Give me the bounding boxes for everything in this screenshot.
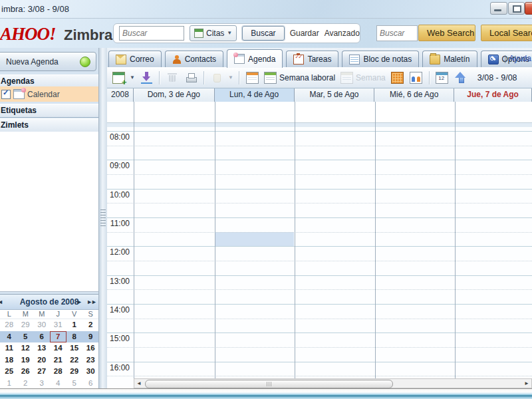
tab-correo[interactable]: Correo: [108, 51, 162, 67]
minical-day[interactable]: 18: [1, 354, 18, 366]
minical-day[interactable]: 6: [34, 331, 51, 343]
up-arrow-icon: [455, 72, 466, 83]
minical-day[interactable]: 5: [66, 378, 83, 389]
schedule-view-button[interactable]: [408, 69, 425, 86]
tag-dropdown[interactable]: ▼: [227, 69, 235, 86]
minical-day[interactable]: 12: [17, 342, 34, 354]
month-view-button[interactable]: [389, 69, 406, 86]
minical-day[interactable]: 9: [82, 331, 98, 343]
scroll-left-arrow[interactable]: ◄: [134, 379, 144, 388]
minical-day[interactable]: 15: [66, 342, 83, 354]
scroll-right-arrow[interactable]: ►: [522, 379, 531, 388]
week-view-button[interactable]: Semana: [338, 69, 388, 86]
minical-day[interactable]: 30: [82, 366, 98, 378]
day-header-2[interactable]: Lun, 4 de Ago: [215, 88, 295, 102]
new-appointment-button[interactable]: [110, 69, 127, 86]
search-scope-label: Citas: [206, 29, 224, 38]
zimbra-logo: Zimbra: [64, 27, 112, 44]
sidebar-section-etiquetas[interactable]: Etiquetas: [0, 104, 98, 118]
minical-day[interactable]: 11: [1, 342, 18, 354]
sidebar-section-zimlets[interactable]: Zimlets: [0, 118, 98, 132]
minical-day[interactable]: 5: [17, 331, 34, 343]
minical-day[interactable]: 25: [1, 366, 18, 378]
selected-time-slot[interactable]: [215, 232, 294, 247]
minimize-button[interactable]: [490, 2, 507, 15]
day-header-5[interactable]: Jue, 7 de Ago: [454, 88, 532, 102]
minical-day[interactable]: 7: [50, 331, 66, 343]
minical-day[interactable]: 26: [17, 366, 34, 378]
minical-day[interactable]: 2: [82, 319, 98, 331]
day-header-4[interactable]: Mié, 6 de Ago: [374, 88, 454, 102]
minical-day[interactable]: 28: [50, 366, 66, 378]
minical-day[interactable]: 1: [66, 319, 83, 331]
minical-day[interactable]: 19: [17, 354, 34, 366]
help-link[interactable]: |Ayuda: [504, 54, 531, 63]
minical-day[interactable]: 1: [1, 378, 18, 389]
minical-day[interactable]: 28: [1, 319, 18, 331]
calendar-toolbar: ▼ ▼ Semana laboral Semana: [107, 67, 532, 88]
minical-day[interactable]: 20: [34, 354, 51, 366]
tag-button[interactable]: [208, 69, 225, 86]
time-grid[interactable]: 08:0009:0010:0011:0012:0013:0014:0015:00…: [107, 127, 532, 388]
today-button[interactable]: [434, 69, 451, 86]
minical-day[interactable]: 8: [66, 331, 83, 343]
minical-day[interactable]: 6: [82, 378, 98, 389]
tab-bloc[interactable]: Bloc de notas: [342, 51, 419, 67]
minical-day[interactable]: 30: [34, 319, 51, 331]
refresh-button[interactable]: [138, 69, 155, 86]
local-search-button[interactable]: Local Search: [481, 25, 532, 41]
minical-day[interactable]: 31: [50, 319, 66, 331]
advanced-search-link[interactable]: Avanzado: [325, 29, 360, 38]
window-titlebar[interactable]: imbra: 3/08 - 9/08: [0, 0, 532, 19]
minical-day[interactable]: 4: [50, 378, 66, 389]
minical-day[interactable]: 2: [17, 378, 34, 389]
minical-day[interactable]: 23: [82, 354, 98, 366]
tab-agenda[interactable]: Agenda: [227, 49, 283, 68]
splitter-grip-icon[interactable]: [100, 209, 106, 227]
horizontal-scrollbar[interactable]: ◄ ►: [134, 378, 532, 388]
day-header-3[interactable]: Mar, 5 de Ago: [295, 88, 375, 102]
minical-day[interactable]: 29: [66, 366, 83, 378]
search-button[interactable]: Buscar: [242, 26, 284, 41]
tab-contacts[interactable]: Contacts: [165, 51, 223, 67]
bloc-tab-icon: [349, 55, 360, 65]
search-scope-dropdown[interactable]: Citas ▼: [190, 25, 237, 41]
delete-button[interactable]: [164, 69, 181, 86]
all-day-row[interactable]: [107, 102, 532, 123]
minical-day[interactable]: 14: [50, 342, 66, 354]
tab-maletin[interactable]: Maletín: [422, 51, 477, 67]
new-agenda-button[interactable]: Nueva Agenda: [0, 52, 96, 71]
close-button[interactable]: [525, 2, 532, 15]
minical-day[interactable]: 29: [17, 319, 34, 331]
minical-fast-forward-icon[interactable]: ►►: [86, 295, 96, 309]
minical-title[interactable]: Agosto de 2008: [0, 295, 98, 309]
thumb-grip-icon: [267, 382, 273, 386]
send-update-button[interactable]: [452, 69, 469, 86]
minical-next-icon[interactable]: ►: [76, 295, 82, 309]
scrollbar-thumb[interactable]: [145, 380, 393, 388]
calendar-list-item[interactable]: Calendar: [0, 86, 98, 102]
search-input[interactable]: [119, 26, 184, 41]
tab-tareas[interactable]: Tareas: [286, 51, 338, 67]
print-button[interactable]: [182, 69, 200, 86]
day-header-1[interactable]: Dom, 3 de Ago: [134, 88, 215, 102]
yahoo-search-input[interactable]: [376, 25, 418, 41]
presence-status-icon[interactable]: [80, 57, 90, 67]
day-view-button[interactable]: [243, 69, 261, 86]
minical-day[interactable]: 21: [50, 354, 66, 366]
tab-label: Correo: [130, 55, 154, 64]
minical-day[interactable]: 3: [34, 378, 51, 389]
maximize-button[interactable]: [508, 2, 525, 15]
minical-day[interactable]: 27: [34, 366, 51, 378]
calendar-checkbox[interactable]: [1, 90, 11, 99]
minical-day[interactable]: 22: [66, 354, 83, 366]
minical-day[interactable]: 13: [34, 342, 51, 354]
half-hour-line: [107, 347, 532, 348]
minical-day[interactable]: 16: [82, 342, 98, 354]
hour-line: [107, 304, 532, 305]
save-search-link[interactable]: Guardar: [290, 29, 319, 38]
work-week-view-button[interactable]: Semana laboral: [262, 69, 337, 86]
new-appointment-dropdown[interactable]: ▼: [128, 69, 136, 86]
minical-day[interactable]: 4: [1, 331, 18, 343]
web-search-button[interactable]: Web Search: [418, 25, 475, 41]
